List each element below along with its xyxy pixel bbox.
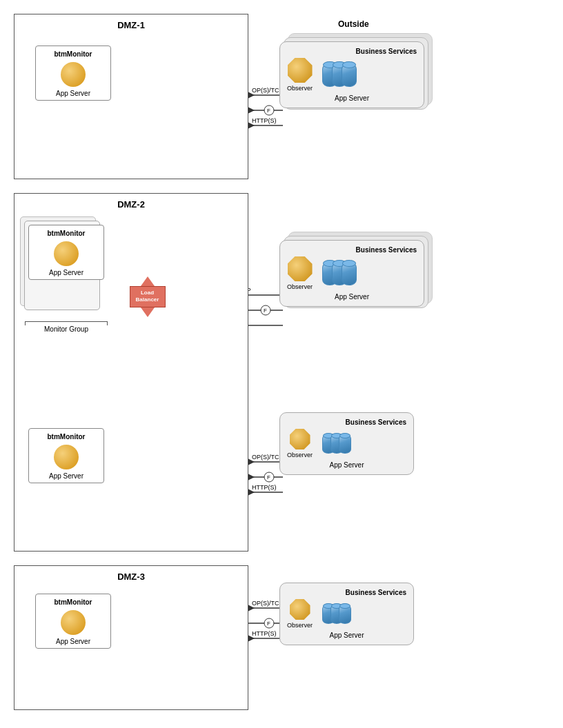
- svg-point-10: [261, 305, 270, 315]
- svg-text:F: F: [267, 620, 270, 627]
- outside-g3-cylinders: [322, 434, 351, 454]
- dmz3-monitor-container: btmMonitor App Server: [35, 594, 111, 649]
- cyl-g2-3: [342, 262, 357, 285]
- svg-text:HTTP(S): HTTP(S): [252, 117, 277, 124]
- dmz2-monitor-single: btmMonitor App Server: [28, 428, 104, 483]
- dmz3-sphere: [61, 610, 86, 635]
- dmz1-zone: DMZ-1 btmMonitor App Server: [14, 14, 248, 179]
- outside-g1-octagon: [288, 58, 313, 83]
- dmz2-monitor-stack: btmMonitor App Server: [28, 225, 118, 280]
- dmz2-monitor-title: btmMonitor: [48, 230, 86, 237]
- outside-g1-observer-label: Observer: [287, 85, 313, 92]
- cyl-3: [342, 63, 357, 87]
- outside-g3-octagon: [290, 429, 310, 449]
- outside-g4-octagon: [290, 599, 310, 620]
- svg-text:HTTP(S): HTTP(S): [252, 630, 277, 637]
- outside-g3-cyl-col: [321, 434, 351, 454]
- outside-g2-cyl-col: [321, 262, 357, 285]
- dmz2-server-label: App Server: [49, 269, 83, 276]
- dmz3-zone: DMZ-3 btmMonitor App Server: [14, 565, 248, 710]
- outside-g2-octagon: [288, 256, 313, 281]
- outside-g2-bs-label: Business Services: [287, 246, 417, 254]
- outside-label: Outside: [338, 19, 369, 29]
- dmz2-sphere: [54, 241, 79, 266]
- svg-text:HTTP(S): HTTP(S): [252, 484, 277, 491]
- svg-point-3: [264, 105, 274, 115]
- cyl-g3-3: [339, 434, 351, 454]
- outside-g1-cylinders: [322, 63, 357, 87]
- outside-g3-bs-label: Business Services: [287, 418, 406, 426]
- dmz3-server-box: btmMonitor App Server: [35, 594, 111, 649]
- dmz1-label: DMZ-1: [117, 20, 145, 30]
- svg-text:F: F: [267, 474, 270, 481]
- svg-point-25: [264, 618, 274, 628]
- dmz1-server-label: App Server: [56, 90, 90, 97]
- svg-text:OP(S)/TCP: OP(S)/TCP: [252, 600, 284, 607]
- outside-g4-observer-col: Observer: [287, 599, 313, 629]
- outside-g4-observer-label: Observer: [287, 622, 313, 629]
- dmz1-server-box: btmMonitor App Server: [35, 46, 111, 101]
- svg-text:OP(S)/TCP: OP(S)/TCP: [252, 87, 284, 94]
- dmz1-monitor-container: btmMonitor App Server: [35, 46, 111, 101]
- outside-g1-observer-col: Observer: [287, 58, 313, 92]
- outside-g4-appserver-label: App Server: [287, 631, 406, 639]
- svg-text:OP(S)/TCP: OP(S)/TCP: [252, 454, 284, 461]
- outside-g3-appserver-label: App Server: [287, 461, 406, 469]
- dmz1-monitor-title: btmMonitor: [55, 50, 92, 58]
- outside-group-3: Business Services Observer App Server: [279, 412, 414, 475]
- outside-g2-observer-col: Observer: [287, 256, 313, 290]
- outside-g2-observer-label: Observer: [287, 283, 313, 290]
- dmz2-single-server-label: App Server: [49, 472, 83, 480]
- outside-g2-appserver-label: App Server: [287, 293, 417, 301]
- dmz2-server-box: btmMonitor App Server: [28, 225, 104, 280]
- dmz1-sphere: [61, 62, 86, 87]
- dmz2-load-balancer: LoadBalancer: [128, 276, 166, 317]
- dmz3-server-label: App Server: [56, 638, 90, 645]
- outside-group-1: Business Services Observer App Server: [279, 41, 424, 108]
- outside-g3-observer-col: Observer: [287, 429, 313, 458]
- dmz2-zone: DMZ-2 btmMonitor App Server Monitor Grou…: [14, 193, 248, 552]
- dmz3-label: DMZ-3: [117, 572, 145, 582]
- dmz2-single-server-box: btmMonitor App Server: [28, 428, 104, 483]
- outside-g4-bs-label: Business Services: [287, 589, 406, 596]
- svg-point-17: [264, 472, 274, 482]
- outside-g1-appserver-label: App Server: [287, 94, 417, 102]
- cyl-g4-3: [339, 605, 351, 624]
- outside-g2-cylinders: [322, 262, 357, 285]
- svg-text:F: F: [264, 307, 267, 314]
- dmz2-single-monitor-title: btmMonitor: [48, 433, 86, 441]
- outside-g1-bs-label: Business Services: [287, 48, 417, 55]
- outside-g3-observer-label: Observer: [287, 452, 313, 458]
- dmz2-monitor-group-label: Monitor Group: [21, 321, 111, 333]
- outside-g4-cyl-col: [321, 605, 351, 624]
- dmz3-monitor-title: btmMonitor: [55, 598, 92, 606]
- outside-g4-cylinders: [322, 605, 351, 624]
- outside-group-4: Business Services Observer App Server: [279, 583, 414, 645]
- outside-g1-cyl-col: [321, 63, 357, 87]
- page-container: OP(S)/TCP F HTTP(S) OP(S)/TCP F HTTP(S) …: [0, 0, 563, 728]
- svg-text:F: F: [267, 108, 270, 114]
- dmz2-single-sphere: [54, 445, 79, 469]
- outside-group-2: Business Services Observer App Server: [279, 240, 424, 307]
- dmz2-label: DMZ-2: [117, 199, 145, 210]
